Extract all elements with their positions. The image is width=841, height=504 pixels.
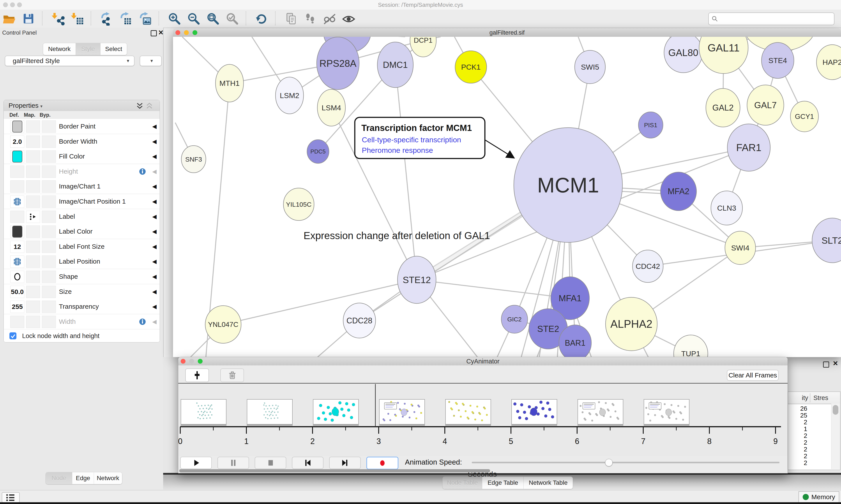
frame-thumbnail-6[interactable] — [577, 399, 623, 425]
bypass-cell[interactable] — [42, 316, 56, 328]
window-close-icon[interactable] — [3, 2, 8, 7]
mapping-cell[interactable] — [26, 211, 40, 223]
mapping-cell[interactable] — [26, 286, 40, 298]
edge[interactable] — [417, 280, 570, 298]
frame-thumbnail-7[interactable] — [644, 399, 690, 425]
collapse-all-icon[interactable] — [146, 102, 153, 109]
bypass-cell[interactable] — [42, 301, 56, 313]
tab-select[interactable]: Select — [101, 43, 127, 55]
node-TUP1[interactable]: TUP1 — [674, 335, 708, 357]
expand-row-icon[interactable]: ◀ — [152, 284, 157, 299]
property-row-height[interactable]: Height◀ — [4, 164, 160, 179]
bypass-cell[interactable] — [42, 240, 56, 253]
property-row-shape[interactable]: Shape◀ — [4, 269, 160, 284]
zoom-selected-button[interactable] — [225, 12, 239, 25]
node-ALPHA2[interactable]: ALPHA2 — [606, 297, 657, 351]
annotation-link[interactable]: Cell-type-specific transcription — [362, 136, 461, 144]
property-row-label-font-size[interactable]: 12Label Font Size◀ — [4, 239, 160, 254]
bypass-cell[interactable] — [42, 196, 56, 208]
node-CLN3[interactable]: CLN3 — [711, 191, 742, 225]
expand-row-icon[interactable]: ◀ — [152, 269, 157, 284]
node-DMC1[interactable]: DMC1 — [377, 42, 413, 88]
table-cell-value[interactable]: 26 — [790, 405, 807, 412]
property-row-border-width[interactable]: 2.0Border Width◀ — [4, 134, 160, 149]
node-RPS28A[interactable]: RPS28A — [317, 37, 359, 90]
node-GAL2[interactable]: GAL2 — [706, 88, 740, 127]
mapping-cell[interactable] — [26, 316, 40, 328]
default-value-cell[interactable] — [10, 196, 24, 208]
footprints-button[interactable] — [303, 12, 317, 25]
node-FAR1[interactable]: FAR1 — [727, 124, 770, 171]
node-MTH1[interactable]: MTH1 — [215, 65, 244, 102]
table-cell-value[interactable]: 2 — [790, 459, 807, 467]
info-icon[interactable] — [139, 318, 146, 326]
save-button[interactable] — [21, 12, 35, 25]
frame-thumbnail-5[interactable] — [512, 399, 557, 425]
mapping-cell[interactable] — [26, 121, 40, 133]
column-header-stress[interactable]: Stres — [813, 392, 828, 404]
default-value-cell[interactable] — [10, 271, 24, 283]
mapping-cell[interactable] — [26, 150, 40, 163]
property-row-image-chart-1[interactable]: Image/Chart 1◀ — [4, 179, 160, 194]
default-value-cell[interactable] — [10, 316, 24, 328]
node-SWI5[interactable]: SWI5 — [575, 50, 605, 84]
float-panel-icon[interactable] — [823, 361, 829, 367]
expand-row-icon[interactable]: ◀ — [152, 179, 157, 194]
clear-all-frames-button[interactable]: Clear All Frames — [727, 370, 779, 381]
window-zoom-icon[interactable] — [17, 2, 22, 7]
default-value-cell[interactable] — [10, 226, 24, 238]
tab-style[interactable]: Style — [76, 43, 101, 55]
mapping-cell[interactable] — [26, 226, 40, 238]
node-SLT2[interactable]: SLT2 — [812, 218, 841, 263]
mapping-cell[interactable] — [26, 196, 40, 208]
bypass-cell[interactable] — [42, 255, 56, 268]
close-window-icon[interactable] — [181, 359, 185, 364]
frame-thumbnail-2[interactable] — [313, 399, 359, 425]
expand-row-icon[interactable]: ◀ — [152, 239, 157, 254]
table-cell-value[interactable]: 2 — [790, 453, 807, 460]
tab-network[interactable]: Network — [43, 43, 76, 55]
node-GAL7[interactable]: GAL7 — [747, 85, 784, 125]
minimize-window-icon[interactable] — [184, 30, 189, 35]
cyanimator-timeline[interactable]: Seconds 0123456789 — [178, 383, 788, 456]
default-value-cell[interactable]: 50.0 — [10, 286, 24, 298]
table-cell-value[interactable]: 2 — [790, 439, 807, 446]
node-BAR1[interactable]: BAR1 — [559, 325, 591, 357]
show-details-button[interactable] — [342, 12, 356, 25]
expand-row-icon[interactable]: ◀ — [152, 314, 157, 329]
close-panel-icon[interactable]: ✕ — [833, 361, 838, 366]
edge[interactable] — [395, 65, 417, 280]
node-LSM4[interactable]: LSM4 — [317, 89, 345, 126]
column-header-centrality[interactable]: ity — [790, 392, 808, 404]
node-STE12[interactable]: STE12 — [397, 256, 436, 303]
bypass-cell[interactable] — [42, 226, 56, 238]
mapping-cell[interactable] — [26, 255, 40, 268]
tab-network[interactable]: Network — [94, 472, 122, 484]
animation-speed-slider[interactable] — [472, 462, 780, 463]
window-minimize-icon[interactable] — [10, 2, 15, 7]
step-back-button[interactable] — [292, 457, 323, 469]
task-history-button[interactable] — [2, 492, 20, 503]
open-folder-button[interactable] — [2, 12, 16, 25]
node-PDC5[interactable]: PDC5 — [307, 140, 329, 163]
import-table-button[interactable] — [70, 12, 84, 25]
mapping-cell[interactable] — [26, 271, 40, 283]
node-PCK1[interactable]: PCK1 — [455, 51, 487, 83]
properties-header[interactable]: Properties ▾ — [4, 100, 160, 111]
table-cell-value[interactable]: 1 — [790, 426, 807, 433]
table-scrollbar[interactable] — [831, 404, 840, 469]
bypass-cell[interactable] — [42, 165, 56, 178]
default-value-cell[interactable]: 255 — [10, 301, 24, 313]
pause-button[interactable] — [217, 457, 249, 469]
node-YIL105C[interactable]: YIL105C — [283, 188, 314, 220]
table-cell-value[interactable]: 2 — [790, 419, 807, 426]
import-network-button[interactable] — [51, 12, 65, 25]
column-divider[interactable] — [810, 393, 810, 402]
network-window-titlebar[interactable]: galFiltered.sif — [173, 29, 841, 37]
frame-thumbnail-4[interactable] — [445, 399, 491, 425]
zoom-in-button[interactable] — [167, 12, 181, 25]
step-forward-button[interactable] — [329, 457, 361, 469]
minimize-window-icon[interactable] — [189, 359, 194, 364]
node-LSM2[interactable]: LSM2 — [275, 77, 304, 114]
node-GAL80[interactable]: GAL80 — [664, 37, 702, 73]
